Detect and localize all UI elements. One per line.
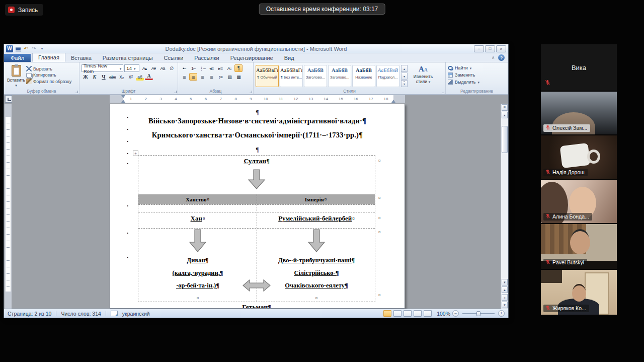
justify-button[interactable]	[207, 73, 215, 81]
clear-formatting-button[interactable]	[168, 64, 176, 72]
outline-view-button[interactable]	[414, 310, 422, 317]
cut-button[interactable]: Вырезать	[26, 66, 71, 71]
participant-tile[interactable]: Олексій Зам...	[541, 92, 617, 134]
sort-button[interactable]	[225, 64, 233, 72]
line-spacing-button[interactable]	[216, 73, 224, 81]
save-icon[interactable]	[15, 46, 21, 52]
change-case-button[interactable]	[158, 64, 167, 72]
gallery-down-icon[interactable]	[401, 73, 408, 80]
word-logo-icon[interactable]: W	[6, 45, 13, 52]
increase-indent-button[interactable]	[216, 64, 224, 72]
style-heading2[interactable]: АаБбВ Заголово...	[328, 65, 351, 87]
grow-font-button[interactable]	[140, 64, 148, 72]
shading-button[interactable]	[225, 73, 233, 81]
print-layout-view-button[interactable]	[383, 310, 391, 317]
ruler-toggle-icon[interactable]	[502, 104, 508, 111]
tab-insert[interactable]: Вставка	[65, 54, 97, 62]
minimize-button[interactable]	[474, 45, 484, 52]
clipboard-dialog-launcher[interactable]	[75, 91, 78, 93]
language-indicator[interactable]: украинский	[122, 311, 150, 317]
next-page-icon[interactable]	[502, 302, 508, 308]
paragraph-dialog-launcher[interactable]	[250, 91, 252, 93]
italic-button[interactable]: К	[91, 73, 99, 81]
scrollbar-thumb[interactable]	[502, 126, 508, 153]
font-color-button[interactable]: А	[145, 74, 153, 80]
help-icon[interactable]	[498, 54, 505, 61]
bullets-button[interactable]	[180, 64, 188, 72]
tab-home[interactable]: Главная	[32, 53, 65, 62]
highlight-color-button[interactable]: аб	[136, 73, 144, 81]
zoom-in-button[interactable]: +	[498, 310, 505, 317]
spellcheck-icon[interactable]	[111, 311, 118, 316]
participant-tile[interactable]: Жиряков Ко...	[541, 270, 617, 315]
vertical-scrollbar[interactable]	[501, 104, 508, 309]
participant-tile-vika[interactable]: Вика	[541, 44, 617, 91]
borders-button[interactable]	[234, 73, 243, 81]
gallery-more-icon[interactable]	[401, 80, 408, 87]
style-no-spacing[interactable]: АаБбВвГг, ¶ Без инте...	[280, 65, 303, 87]
participant-tile[interactable]: Алина Бонда...	[541, 180, 617, 223]
zoom-slider-thumb[interactable]	[476, 311, 480, 316]
tab-view[interactable]: Вид	[279, 54, 300, 62]
horizontal-ruler[interactable]: 123456789101112131415161718	[110, 95, 405, 103]
tab-mailings[interactable]: Рассылки	[189, 54, 224, 62]
style-title[interactable]: АаБбВ Название	[352, 65, 375, 87]
shrink-font-button[interactable]	[149, 64, 157, 72]
format-painter-button[interactable]: Формат по образцу	[26, 79, 71, 84]
copy-button[interactable]: Копировать	[26, 73, 71, 78]
zoom-out-button[interactable]: −	[452, 310, 459, 317]
web-layout-view-button[interactable]	[404, 310, 412, 317]
superscript-button[interactable]: x²	[127, 73, 135, 81]
numbering-button[interactable]	[189, 64, 197, 72]
find-button[interactable]: Найти	[448, 64, 506, 71]
style-normal[interactable]: АаБбВвГг, ¶ Обычный	[256, 65, 279, 87]
zoom-level[interactable]: 100%	[437, 311, 450, 317]
font-family-combo[interactable]: Times New Rom	[82, 64, 123, 72]
right-indent-marker[interactable]	[391, 98, 395, 103]
strikethrough-button[interactable]: abc	[109, 73, 117, 81]
collapse-ribbon-icon[interactable]	[492, 55, 495, 60]
align-left-button[interactable]	[180, 73, 188, 81]
restore-button[interactable]	[485, 45, 495, 52]
style-subtitle[interactable]: АаБбВвВ Подзагол...	[376, 65, 399, 87]
recording-indicator[interactable]: Запись	[5, 4, 43, 16]
multilevel-list-button[interactable]	[198, 64, 206, 72]
underline-button[interactable]: Ч	[100, 73, 108, 81]
zoom-slider[interactable]	[462, 313, 495, 314]
change-styles-button[interactable]: Изменить стили	[409, 64, 437, 84]
replace-button[interactable]: Заменить	[448, 71, 506, 79]
gallery-up-icon[interactable]	[401, 65, 408, 72]
select-browse-object-icon[interactable]	[502, 294, 508, 301]
previous-page-icon[interactable]	[502, 286, 508, 293]
tab-review[interactable]: Рецензирование	[225, 54, 279, 62]
left-indent-marker[interactable]	[121, 98, 125, 103]
close-button[interactable]	[496, 45, 506, 52]
align-right-button[interactable]	[198, 73, 206, 81]
document-page[interactable]: ¶ Військо·Запорозьке·Низове·в·системі·ад…	[110, 104, 405, 309]
tab-references[interactable]: Ссылки	[158, 54, 189, 62]
subscript-button[interactable]: x₂	[118, 73, 126, 81]
select-button[interactable]: Выделить	[448, 79, 506, 86]
show-formatting-marks-button[interactable]	[234, 64, 243, 72]
fullscreen-view-button[interactable]	[393, 310, 401, 317]
paste-button[interactable]: Вставить	[6, 64, 26, 88]
tab-stop-selector[interactable]	[5, 95, 12, 103]
page-indicator[interactable]: Страница: 2 из 10	[8, 311, 51, 317]
participant-tile[interactable]: Надія Дорош	[541, 135, 617, 179]
participant-tile[interactable]: Pavel Butskyi	[541, 224, 617, 269]
scroll-up-icon[interactable]	[502, 112, 508, 118]
bold-button[interactable]: Ж	[82, 73, 90, 81]
font-size-combo[interactable]: 14	[124, 64, 139, 72]
redo-icon[interactable]	[31, 45, 37, 52]
draft-view-button[interactable]	[424, 310, 432, 317]
style-heading1[interactable]: АаБбВ Заголово...	[304, 65, 327, 87]
tab-page-layout[interactable]: Разметка страницы	[97, 54, 158, 62]
align-center-button[interactable]	[189, 73, 197, 81]
tab-file[interactable]: Файл	[4, 54, 31, 62]
styles-dialog-launcher[interactable]	[442, 91, 444, 93]
qat-customize-icon[interactable]	[39, 45, 45, 52]
undo-icon[interactable]	[23, 45, 29, 52]
scroll-down-icon[interactable]	[502, 279, 508, 285]
word-count[interactable]: Число слов: 314	[61, 311, 101, 317]
decrease-indent-button[interactable]	[207, 64, 215, 72]
